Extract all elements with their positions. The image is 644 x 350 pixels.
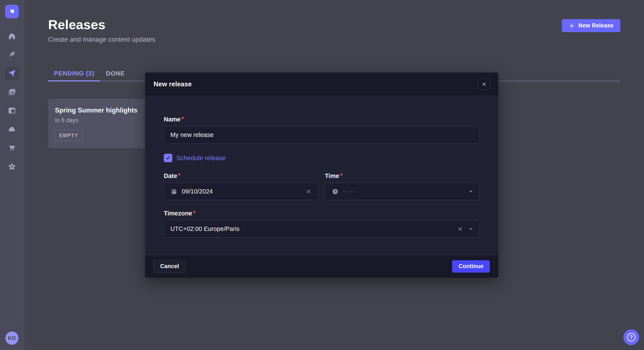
timezone-select[interactable]: UTC+02:00 Europe/Paris — [164, 220, 480, 237]
cancel-button[interactable]: Cancel — [154, 260, 186, 273]
close-icon — [482, 82, 486, 87]
date-field: Date* 09/10/2024 — [164, 173, 318, 200]
clock-icon — [332, 188, 339, 195]
chevron-down-icon — [468, 226, 474, 232]
name-field: Name* — [164, 116, 480, 144]
continue-button[interactable]: Continue — [452, 260, 490, 273]
required-asterisk: * — [182, 116, 184, 122]
schedule-label: Schedule release — [176, 154, 226, 162]
check-icon — [165, 155, 171, 161]
timezone-value: UTC+02:00 Europe/Paris — [170, 225, 452, 232]
new-release-modal: New release Name* Schedule release — [145, 72, 498, 278]
clear-timezone-button[interactable] — [456, 225, 464, 233]
chevron-down-icon — [468, 189, 474, 194]
name-input[interactable] — [164, 126, 480, 144]
close-modal-button[interactable] — [478, 78, 490, 90]
modal-header: New release — [145, 72, 498, 96]
name-label: Name* — [164, 116, 480, 123]
date-value: 09/10/2024 — [182, 188, 300, 195]
clear-icon — [457, 226, 463, 232]
required-asterisk: * — [340, 173, 342, 178]
date-label: Date* — [164, 173, 318, 179]
time-select[interactable]: --:-- — [325, 183, 480, 200]
modal-title: New release — [154, 80, 192, 88]
time-label: Time* — [325, 173, 480, 179]
date-input[interactable]: 09/10/2024 — [164, 183, 318, 200]
clear-icon — [306, 189, 312, 194]
timezone-label: Timezone* — [164, 210, 480, 217]
timezone-field: Timezone* UTC+02:00 Europe/Paris — [164, 210, 480, 237]
required-asterisk: * — [193, 210, 195, 216]
time-field: Time* --:-- — [325, 173, 480, 200]
date-time-row: Date* 09/10/2024 — [164, 173, 480, 200]
schedule-checkbox[interactable] — [164, 154, 172, 162]
modal-footer: Cancel Continue — [145, 255, 498, 278]
calendar-icon — [170, 188, 178, 195]
required-asterisk: * — [178, 173, 180, 178]
schedule-release-toggle[interactable]: Schedule release — [164, 154, 480, 162]
time-placeholder: --:-- — [343, 188, 464, 195]
modal-body: Name* Schedule release Date* — [145, 96, 498, 255]
clear-date-button[interactable] — [305, 188, 312, 195]
